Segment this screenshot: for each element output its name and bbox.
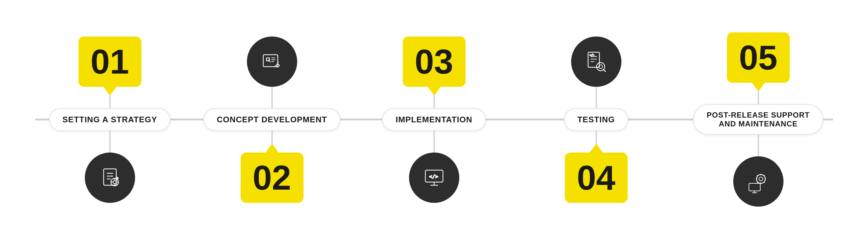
step-4-bottom: 04: [565, 131, 628, 213]
step-1-icon-circle: [85, 152, 135, 203]
step-4-bubble: 04: [565, 152, 628, 203]
step-2-connector-top: [272, 87, 273, 108]
svg-point-5: [113, 180, 116, 184]
step-2-label-wrapper: CONCEPT DEVELOPMENT: [203, 108, 341, 131]
step-3-connector-bottom: [434, 131, 435, 152]
step-1-label: SETTING A STRATEGY: [49, 108, 171, 131]
concept-icon: [259, 49, 285, 74]
step-1-bubble: 01: [79, 36, 142, 87]
step-5-connector-bottom: [758, 135, 759, 156]
step-4-number: 04: [577, 160, 615, 195]
step-3-bubble: 03: [403, 36, 466, 87]
step-4-label: TESTING: [564, 108, 629, 131]
step-5-bottom: [733, 135, 783, 217]
step-3-label-wrapper: IMPLEMENTATION: [382, 108, 486, 131]
step-1-connector-bottom: [109, 131, 111, 152]
step-2-bubble: 02: [241, 152, 304, 203]
svg-rect-12: [263, 55, 278, 67]
step-5-icon-circle: [733, 156, 783, 207]
step-2-number: 02: [253, 160, 291, 195]
svg-text:</>: </>: [429, 174, 438, 180]
steps-wrapper: 01 SETTING A STRATEGY: [10, 22, 858, 217]
step-1-label-wrapper: SETTING A STRATEGY: [49, 108, 171, 131]
step-2: CONCEPT DEVELOPMENT 02: [191, 26, 353, 213]
step-2-label: CONCEPT DEVELOPMENT: [203, 108, 341, 131]
step-2-top: [247, 26, 297, 108]
step-2-icon-circle: [247, 36, 297, 87]
strategy-icon: [97, 165, 123, 190]
step-2-bottom: 02: [241, 131, 304, 213]
step-4-top: </>: [571, 26, 621, 108]
step-3: 03 IMPLEMENTATION </>: [353, 26, 515, 213]
step-1-number: 01: [91, 44, 129, 79]
step-3-icon-circle: </>: [409, 152, 459, 203]
step-1-top: 01: [79, 26, 142, 108]
step-1-bottom: [85, 131, 135, 213]
step-3-bottom: </>: [409, 131, 459, 213]
step-5-number: 05: [739, 40, 777, 75]
step-3-number: 03: [415, 44, 453, 79]
maintenance-icon: [746, 169, 771, 194]
testing-icon: </>: [584, 49, 609, 74]
timeline-container: 01 SETTING A STRATEGY: [10, 6, 858, 233]
step-4-label-wrapper: TESTING: [564, 108, 629, 131]
step-4-connector-top: [596, 87, 597, 108]
step-1: 01 SETTING A STRATEGY: [29, 26, 191, 213]
svg-rect-0: [104, 169, 116, 185]
svg-rect-42: [749, 183, 760, 191]
step-5: 05 POST-RELEASE SUPPORT AND MAINTENANCE: [677, 22, 839, 217]
step-4-icon-circle: </>: [571, 36, 621, 87]
step-4: </> TESTING 04: [515, 26, 677, 213]
step-3-label: IMPLEMENTATION: [382, 108, 486, 131]
svg-point-33: [759, 177, 763, 181]
svg-text:</>: </>: [589, 54, 595, 57]
step-5-top: 05: [727, 22, 790, 104]
step-5-bubble: 05: [727, 32, 790, 83]
step-5-label: POST-RELEASE SUPPORT AND MAINTENANCE: [693, 104, 823, 135]
step-3-top: 03: [403, 26, 466, 108]
svg-line-30: [603, 69, 606, 72]
step-5-label-wrapper: POST-RELEASE SUPPORT AND MAINTENANCE: [693, 104, 823, 135]
implementation-icon: </>: [422, 165, 447, 190]
